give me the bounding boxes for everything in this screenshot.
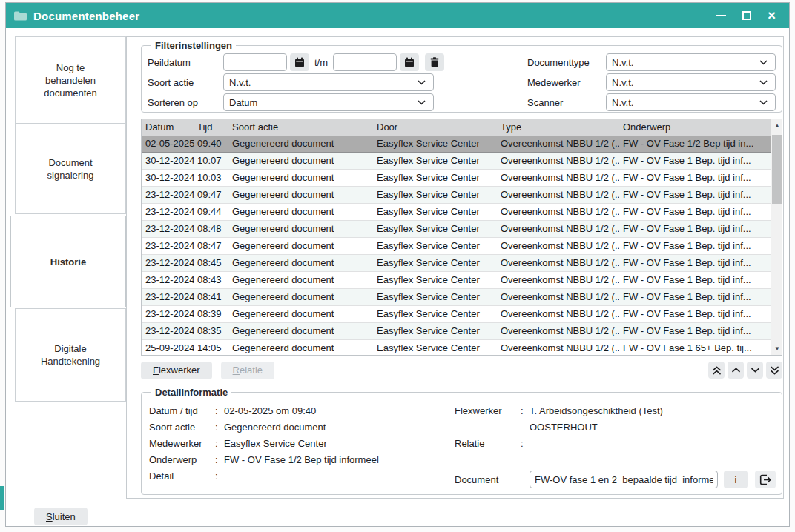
flexwerker-detail-label: Flexwerker (455, 405, 521, 416)
table-row[interactable]: 23-12-202409:47Gegenereerd documentEasyf… (142, 187, 771, 204)
soort-actie-select[interactable]: N.v.t. (223, 73, 434, 91)
peildatum-to-calendar-button[interactable] (400, 53, 419, 71)
table-row[interactable]: 23-12-202408:47Gegenereerd documentEasyf… (142, 238, 771, 255)
flexwerker-button[interactable]: Flexwerker (141, 362, 212, 379)
table-action-row: Flexwerker Relatie (141, 361, 782, 379)
cell-type: Overeenkomst NBBU 1/2 (... (497, 136, 619, 152)
double-chevron-up-icon (712, 366, 722, 375)
tab-historie[interactable]: Historie (10, 216, 126, 307)
go-previous-button[interactable] (728, 362, 744, 379)
cell-soort-actie: Gegenereerd document (228, 221, 373, 237)
peildatum-from-input[interactable] (223, 53, 287, 71)
go-next-button[interactable] (747, 362, 763, 379)
go-first-button[interactable] (708, 362, 725, 379)
medewerker-label: Medewerker (527, 77, 606, 88)
colon: : (215, 438, 224, 449)
flexwerker-detail-value-line2: OOSTERHOUT (530, 422, 598, 433)
cell-soort-actie: Gegenereerd document (228, 238, 373, 254)
minimize-button[interactable] (716, 15, 726, 16)
go-last-button[interactable] (766, 362, 782, 379)
column-header-soort-actie[interactable]: Soort actie (228, 119, 373, 136)
column-header-onderwerp[interactable]: Onderwerp (619, 119, 758, 136)
documenttype-label: Documenttype (527, 57, 606, 68)
soort-actie-value: N.v.t. (229, 77, 251, 88)
vertical-scrollbar[interactable]: ▲ ▼ (771, 119, 782, 355)
close-button[interactable]: × (768, 11, 776, 20)
peildatum-to-input[interactable] (333, 53, 397, 71)
detail-info-group: Detailinformatie Datum / tijd:02-05-2025… (141, 387, 782, 495)
cell-door: Easyflex Service Center (373, 136, 497, 152)
cell-type: Overeenkomst NBBU 1/2 (... (497, 153, 619, 169)
table-row[interactable]: 25-09-202414:05Gegenereerd documentEasyf… (142, 340, 771, 356)
soort-actie-detail-value: Gegenereerd document (224, 422, 326, 433)
cell-datum: 23-12-2024 (142, 221, 194, 237)
sorteren-op-value: Datum (229, 97, 257, 108)
table-row[interactable]: 23-12-202408:39Gegenereerd documentEasyf… (142, 306, 771, 323)
cell-type: Overeenkomst NBBU 1/2 (... (497, 255, 619, 271)
sluiten-button[interactable]: Sluiten (34, 508, 88, 525)
peildatum-from-calendar-button[interactable] (290, 53, 309, 71)
cell-onderwerp: FW - OV Fase 1 Bep. tijd inf... (619, 306, 758, 322)
document-filename-input[interactable] (530, 471, 718, 488)
peildatum-label: Peildatum (148, 57, 223, 68)
sorteren-op-select[interactable]: Datum (223, 93, 434, 111)
table-row[interactable]: 02-05-202509:40Gegenereerd documentEasyf… (142, 136, 771, 153)
medewerker-detail-value: Easyflex Service Center (224, 438, 327, 449)
colon: : (215, 405, 224, 416)
medewerker-select[interactable]: N.v.t. (606, 73, 776, 91)
column-header-door[interactable]: Door (373, 119, 497, 136)
table-row[interactable]: 30-12-202410:03Gegenereerd documentEasyf… (142, 170, 771, 187)
cell-datum: 02-05-2025 (142, 136, 194, 152)
window-title: Documentenbeheer (33, 10, 139, 22)
cell-onderwerp: FW - OV Fase 1 Bep. tijd inf... (619, 289, 758, 305)
scrollbar-thumb[interactable] (772, 135, 782, 204)
documenttype-value: N.v.t. (612, 57, 633, 68)
cell-datum: 23-12-2024 (142, 204, 194, 220)
table-row[interactable]: 23-12-202408:48Gegenereerd documentEasyf… (142, 221, 771, 238)
cell-datum: 23-12-2024 (142, 255, 194, 271)
table-row[interactable]: 23-12-202408:43Gegenereerd documentEasyf… (142, 272, 771, 289)
soort-actie-detail-label: Soort actie (149, 422, 215, 433)
table-row[interactable]: 23-12-202408:41Gegenereerd documentEasyf… (142, 289, 771, 306)
cell-door: Easyflex Service Center (373, 306, 497, 322)
cell-tijd: 08:48 (194, 221, 228, 237)
table-row[interactable]: 30-12-202410:07Gegenereerd documentEasyf… (142, 153, 771, 170)
cell-tijd: 09:47 (194, 187, 228, 203)
tab-digitale-handtekening[interactable]: Digitale Handtekening (15, 308, 126, 402)
column-header-tijd[interactable]: Tijd (194, 119, 228, 136)
detail-right-column: Flexwerker:T. Arbeidsongeschiktheid (Tes… (455, 402, 774, 451)
cell-tijd: 08:45 (194, 255, 228, 271)
maximize-button[interactable] (742, 11, 751, 20)
cell-tijd: 08:35 (194, 323, 228, 339)
chevron-down-icon (751, 368, 760, 373)
tab-label: Digitale Handtekening (32, 342, 109, 368)
column-header-datum[interactable]: Datum (142, 119, 194, 136)
table-row[interactable]: 23-12-202408:35Gegenereerd documentEasyf… (142, 323, 771, 340)
scroll-up-arrow[interactable]: ▲ (771, 119, 782, 132)
table-row[interactable]: 23-12-202409:44Gegenereerd documentEasyf… (142, 204, 771, 221)
scanner-select[interactable]: N.v.t. (606, 93, 776, 111)
soort-actie-label: Soort actie (148, 77, 223, 88)
document-row: Document i (455, 471, 776, 488)
chevron-down-icon (759, 60, 768, 65)
history-table: DatumTijdSoort actieDoorTypeOnderwerp 02… (141, 119, 782, 356)
relatie-button[interactable]: Relatie (221, 362, 274, 379)
datum-tijd-value: 02-05-2025 om 09:40 (224, 405, 316, 416)
tab-label: Nog te behandelen documenten (32, 61, 109, 99)
table-row[interactable]: 23-12-202408:45Gegenereerd documentEasyf… (142, 255, 771, 272)
clear-peildatum-button[interactable] (425, 53, 444, 71)
tab-document-signalering[interactable]: Document signalering (15, 124, 126, 214)
cell-type: Overeenkomst NBBU 1/2 (... (497, 204, 619, 220)
document-label: Document (455, 474, 530, 485)
cell-datum: 23-12-2024 (142, 323, 194, 339)
column-header-type[interactable]: Type (497, 119, 619, 136)
tab-label: Document signalering (32, 156, 109, 182)
document-open-button[interactable] (755, 471, 776, 488)
scroll-down-arrow[interactable]: ▼ (771, 342, 782, 355)
table-header-row: DatumTijdSoort actieDoorTypeOnderwerp (142, 119, 771, 136)
tab-nog-te-behandelen-documenten[interactable]: Nog te behandelen documenten (15, 36, 126, 124)
documenttype-select[interactable]: N.v.t. (606, 53, 776, 71)
historie-tab-panel: Filterinstellingen Peildatum (126, 36, 784, 499)
document-info-button[interactable]: i (724, 471, 748, 488)
scanner-label: Scanner (527, 97, 606, 108)
